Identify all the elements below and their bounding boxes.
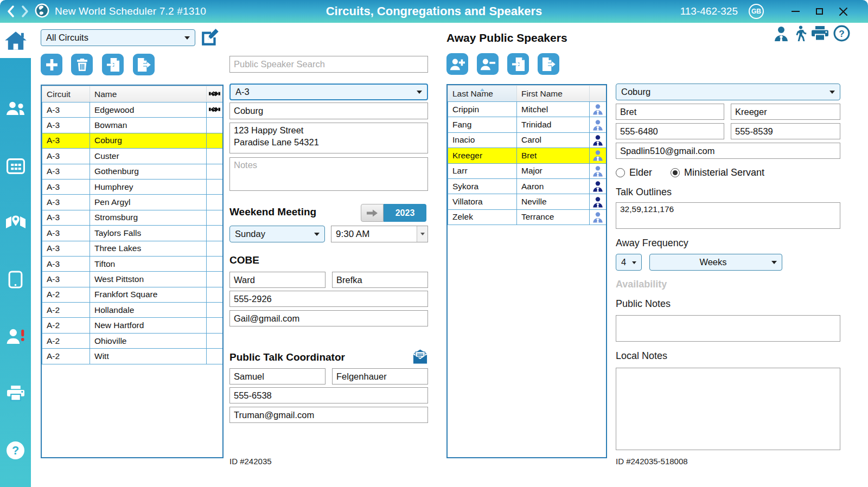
public-speaker-search-input[interactable] — [229, 56, 428, 73]
name-cell[interactable]: Custer — [90, 149, 207, 164]
circuit-cell[interactable]: A-2 — [42, 333, 90, 348]
name-cell[interactable]: Stromsburg — [90, 210, 207, 225]
name-cell[interactable]: Edgewood — [90, 102, 207, 118]
handshake-column-header[interactable] — [207, 86, 223, 102]
add-congregation-button[interactable] — [41, 54, 62, 75]
circuit-cell[interactable]: A-2 — [42, 318, 90, 333]
meeting-time-combo[interactable]: 9:30 AM — [331, 226, 428, 242]
away-frequency-unit-dropdown[interactable]: Weeks — [649, 254, 782, 271]
sidebar-item-mobile[interactable] — [5, 270, 26, 289]
role-column-header[interactable] — [590, 86, 607, 102]
forward-button[interactable] — [21, 5, 29, 17]
last-name-cell[interactable]: Larr — [448, 163, 517, 178]
cobe-phone-input[interactable] — [229, 291, 428, 307]
circuit-row[interactable]: A-2New Hartford — [42, 318, 223, 333]
year-badge[interactable]: 2023 — [384, 204, 426, 222]
cobe-last-name-input[interactable] — [332, 272, 428, 288]
name-cell[interactable]: Three Lakes — [90, 241, 207, 256]
circuit-row[interactable]: A-3Humphrey — [42, 179, 223, 194]
name-cell[interactable]: Ohioville — [90, 333, 207, 348]
export-congregations-button[interactable] — [133, 54, 155, 75]
away-speakers-view-button[interactable] — [794, 25, 807, 44]
import-speakers-button[interactable] — [507, 53, 529, 75]
sidebar-item-home[interactable] — [0, 23, 31, 58]
last-name-column-header[interactable]: Last Name — [448, 86, 517, 102]
name-cell[interactable]: Bowman — [90, 118, 207, 133]
circuit-cell[interactable]: A-3 — [42, 272, 90, 287]
first-name-cell[interactable]: Trinidad — [517, 117, 590, 132]
first-name-cell[interactable]: Bret — [517, 148, 590, 163]
name-cell[interactable]: Pen Argyl — [90, 195, 207, 210]
circuit-row[interactable]: A-2Ohioville — [42, 333, 223, 348]
last-name-cell[interactable]: Kreeger — [448, 148, 517, 163]
first-name-cell[interactable]: Mitchel — [517, 102, 590, 117]
name-cell[interactable]: Taylors Falls — [90, 226, 207, 241]
back-button[interactable] — [7, 5, 15, 17]
email-coordinator-button[interactable] — [412, 349, 428, 366]
language-badge[interactable]: GB — [749, 4, 764, 19]
help-button[interactable]: ? — [833, 25, 850, 44]
circuit-cell[interactable]: A-3 — [42, 256, 90, 271]
name-cell[interactable]: New Hartford — [90, 318, 207, 333]
talk-outlines-input[interactable] — [616, 202, 840, 229]
sidebar-item-congregation[interactable] — [5, 99, 26, 118]
first-name-cell[interactable]: Neville — [517, 194, 590, 209]
first-name-cell[interactable]: Major — [517, 163, 590, 178]
circuit-row[interactable]: A-3Taylors Falls — [42, 226, 223, 241]
name-cell[interactable]: Gothenburg — [90, 164, 207, 179]
circuit-cell[interactable]: A-3 — [42, 226, 90, 241]
sidebar-item-schedule[interactable] — [5, 156, 26, 175]
circuit-cell[interactable]: A-3 — [42, 195, 90, 210]
speakers-view-button[interactable] — [773, 25, 789, 44]
circuit-cell[interactable]: A-3 — [42, 118, 90, 133]
meeting-day-dropdown[interactable]: Sunday — [229, 226, 325, 242]
last-name-cell[interactable]: Crippin — [448, 102, 517, 117]
name-cell[interactable]: Witt — [90, 349, 207, 364]
time-dropdown-button[interactable] — [417, 226, 427, 242]
first-name-cell[interactable]: Aaron — [517, 178, 590, 194]
name-cell[interactable]: Tifton — [90, 256, 207, 271]
ministerial-servant-radio[interactable]: Ministerial Servant — [671, 167, 764, 178]
minimize-button[interactable] — [783, 3, 807, 20]
import-congregations-button[interactable] — [102, 54, 124, 75]
elder-radio[interactable]: Elder — [616, 167, 652, 178]
speaker-phone1-input[interactable] — [616, 123, 724, 139]
speaker-row[interactable]: CrippinMitchel — [448, 102, 607, 117]
ptc-first-name-input[interactable] — [229, 368, 326, 385]
ptc-phone-input[interactable] — [229, 387, 428, 403]
ptc-email-input[interactable] — [229, 407, 428, 423]
circuit-row[interactable]: A-3Edgewood — [42, 102, 223, 118]
circuit-cell[interactable]: A-3 — [42, 164, 90, 179]
sidebar-item-print[interactable] — [5, 383, 26, 403]
congregation-notes-input[interactable] — [229, 157, 428, 191]
speaker-row[interactable]: SykoraAaron — [448, 178, 607, 194]
sidebar-item-help[interactable]: ? — [5, 440, 26, 460]
remove-speaker-button[interactable] — [477, 53, 499, 75]
export-speakers-button[interactable] — [538, 53, 559, 75]
circuit-filter-dropdown[interactable]: All Circuits — [41, 29, 195, 46]
add-speaker-button[interactable] — [446, 53, 468, 75]
last-name-cell[interactable]: Inacio — [448, 132, 517, 148]
speaker-row[interactable]: KreegerBret — [448, 148, 607, 163]
sidebar-item-territories[interactable] — [5, 213, 26, 232]
name-cell[interactable]: Coburg — [90, 133, 207, 148]
circuit-row[interactable]: A-3Pen Argyl — [42, 195, 223, 210]
congregation-address-input[interactable] — [229, 123, 428, 153]
cobe-first-name-input[interactable] — [229, 272, 326, 288]
ptc-last-name-input[interactable] — [332, 368, 428, 385]
circuit-row[interactable]: A-2Witt — [42, 349, 223, 364]
circuit-row[interactable]: A-2Hollandale — [42, 303, 223, 318]
name-cell[interactable]: Hollandale — [90, 303, 207, 318]
circuit-row[interactable]: A-3Tifton — [42, 256, 223, 271]
first-name-cell[interactable]: Terrance — [517, 209, 590, 225]
speaker-first-name-input[interactable] — [616, 104, 724, 120]
maximize-button[interactable] — [807, 3, 831, 20]
congregation-circuit-dropdown[interactable]: A-3 — [229, 84, 428, 100]
name-cell[interactable]: Frankfort Square — [90, 287, 207, 302]
speaker-row[interactable]: InacioCarol — [448, 132, 607, 148]
year-forward-button[interactable] — [361, 204, 384, 222]
last-name-cell[interactable]: Villatora — [448, 194, 517, 209]
circuit-row[interactable]: A-3Gothenburg — [42, 164, 223, 179]
circuit-row[interactable]: A-3West Pittston — [42, 272, 223, 287]
circuit-cell[interactable]: A-3 — [42, 241, 90, 256]
